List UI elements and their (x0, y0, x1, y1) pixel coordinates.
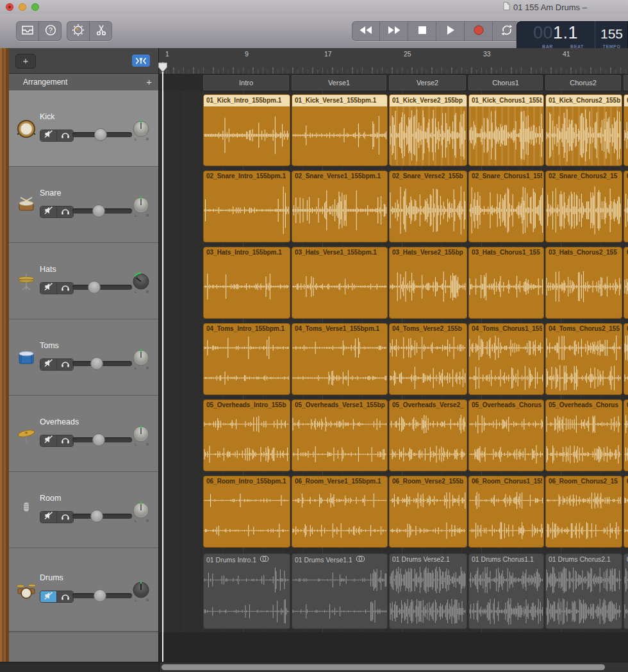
solo-button[interactable] (56, 591, 73, 602)
add-track-button[interactable]: + (15, 54, 36, 69)
arrangement-track-header[interactable]: Arrangement + (9, 74, 158, 91)
region-room-2[interactable]: 06_Room_Verse1_155bpm.1 (292, 476, 388, 548)
region-drums-3[interactable]: 01 Drums Verse2.1 (389, 553, 467, 629)
split-button[interactable] (89, 21, 112, 41)
arrangement-add-button[interactable]: + (146, 74, 152, 90)
region-snare-4[interactable]: 02_Snare_Chorus1_155 (468, 171, 544, 242)
region-room-3[interactable]: 06_Room_Verse2_155b (389, 476, 467, 548)
region-toms-4[interactable]: 04_Toms_Chorus1_155 (468, 323, 544, 395)
track-header-room[interactable]: RoomLR (9, 472, 158, 548)
arrangement-section-intro[interactable]: Intro (203, 75, 289, 90)
region-snare-2[interactable]: 02_Snare_Verse1_155bpm.1 (292, 171, 388, 242)
volume-slider[interactable] (72, 437, 132, 442)
region-toms-2[interactable]: 04_Toms_Verse1_155bpm.1 (292, 323, 388, 395)
region-kick-4[interactable]: 01_Kick_Chorus1_155b (468, 94, 544, 166)
track-header-snare[interactable]: SnareLR (9, 167, 158, 243)
stop-button[interactable] (408, 21, 436, 41)
region-kick-5[interactable]: 01_Kick_Chorus2_155b (545, 94, 622, 166)
volume-slider-handle[interactable] (94, 128, 107, 141)
close-window-button[interactable] (6, 3, 13, 11)
region-hats-6[interactable]: 0 (624, 247, 628, 319)
volume-slider-handle[interactable] (92, 433, 105, 446)
region-snare-6[interactable]: 0 (624, 171, 628, 242)
region-overheads-6[interactable]: 0 (624, 399, 628, 471)
track-header-toms[interactable]: TomsLR (9, 319, 158, 396)
region-drums-1[interactable]: 01 Drums Intro.1 (203, 553, 290, 629)
volume-slider[interactable] (72, 285, 132, 290)
region-hats-1[interactable]: 03_Hats_Intro_155bpm.1 (203, 247, 290, 319)
pan-knob[interactable]: LR (130, 424, 153, 448)
volume-slider[interactable] (72, 208, 132, 214)
region-drums-5[interactable]: 01 Drums Chorus2.1 (545, 553, 622, 629)
mute-button[interactable] (40, 130, 56, 141)
play-button[interactable] (436, 21, 464, 41)
solo-button[interactable] (56, 512, 73, 523)
region-hats-2[interactable]: 03_Hats_Verse1_155bpm.1 (292, 247, 388, 319)
minimize-window-button[interactable] (19, 3, 26, 11)
track-header-hats[interactable]: HatsLR (9, 243, 158, 319)
track-header-overheads[interactable]: OverheadsLR (9, 396, 158, 472)
arrangement-section-verse1[interactable]: Verse1 (292, 75, 386, 90)
volume-slider-handle[interactable] (88, 281, 101, 294)
mute-button[interactable] (40, 591, 56, 602)
region-drums-4[interactable]: 01 Drums Chorus1.1 (468, 553, 544, 629)
mute-button[interactable] (40, 435, 56, 446)
region-kick-3[interactable]: 01_Kick_Verse2_155bp (389, 94, 467, 166)
pan-knob[interactable]: LR (130, 580, 153, 603)
solo-button[interactable] (56, 206, 73, 217)
zoom-window-button[interactable] (31, 3, 39, 11)
pan-knob[interactable]: LR (130, 348, 153, 371)
library-button[interactable] (16, 21, 38, 41)
region-kick-2[interactable]: 01_Kick_Verse1_155bpm.1 (292, 94, 388, 166)
region-overheads-2[interactable]: 05_Overheads_Verse1_155bp (292, 399, 388, 471)
region-toms-5[interactable]: 04_Toms_Chorus2_155 (545, 323, 622, 395)
track-header-kick[interactable]: KickLR (9, 90, 158, 167)
region-kick-6[interactable]: 0 (624, 94, 628, 166)
solo-button[interactable] (56, 130, 73, 141)
pan-knob[interactable]: LR (130, 501, 153, 524)
region-snare-1[interactable]: 02_Snare_Intro_155bpm.1 (203, 171, 290, 242)
volume-slider-handle[interactable] (90, 510, 103, 523)
region-overheads-1[interactable]: 05_Overheads_Intro_155b (203, 399, 290, 471)
solo-button[interactable] (56, 435, 73, 446)
horizontal-scrollbar-thumb[interactable] (161, 664, 605, 670)
region-overheads-5[interactable]: 05_Overheads_Chorus (545, 399, 622, 471)
catch-playhead-button[interactable] (132, 55, 150, 67)
mute-button[interactable] (40, 512, 56, 523)
region-kick-1[interactable]: 01_Kick_Intro_155bpm.1 (203, 94, 290, 166)
record-button[interactable] (464, 21, 492, 41)
region-toms-3[interactable]: 04_Toms_Verse2_155b (389, 323, 467, 395)
volume-slider-handle[interactable] (90, 357, 103, 370)
volume-slider[interactable] (72, 361, 132, 366)
region-hats-4[interactable]: 03_Hats_Chorus1_155 (468, 247, 544, 319)
region-overheads-3[interactable]: 05_Overheads_Verse2_ (389, 399, 467, 471)
region-drums-2[interactable]: 01 Drums Verse1.1 (292, 553, 388, 629)
fast-forward-button[interactable] (379, 21, 408, 41)
pan-knob[interactable]: LR (130, 196, 153, 219)
region-toms-1[interactable]: 04_Toms_Intro_155bpm.1 (203, 323, 290, 395)
lcd-display[interactable]: 001.1 BAR BEAT 155 TEMPO (516, 21, 628, 52)
region-room-6[interactable]: 0 (624, 476, 628, 548)
solo-button[interactable] (56, 283, 73, 294)
region-room-4[interactable]: 06_Room_Chorus1_155 (468, 476, 544, 548)
volume-slider-handle[interactable] (94, 589, 106, 602)
rewind-button[interactable] (352, 21, 379, 41)
region-room-1[interactable]: 06_Room_Intro_155bpm.1 (203, 476, 290, 548)
region-room-5[interactable]: 06_Room_Chorus2_15 (545, 476, 622, 548)
pan-knob[interactable]: LR (130, 272, 153, 295)
region-snare-5[interactable]: 02_Snare_Chorus2_15 (545, 171, 622, 242)
volume-slider[interactable] (72, 132, 132, 137)
pan-knob[interactable]: LR (130, 119, 153, 142)
quick-help-button[interactable]: ? (38, 21, 62, 41)
arrangement-section-chorus1[interactable]: Chorus1 (468, 75, 543, 90)
region-drums-6[interactable]: 0 (624, 553, 628, 629)
bar-ruler[interactable]: 1917253341 (159, 48, 628, 74)
mute-button[interactable] (40, 359, 56, 370)
tuner-button[interactable] (67, 21, 89, 41)
mute-button[interactable] (40, 206, 56, 217)
region-hats-5[interactable]: 03_Hats_Chorus2_155 (545, 247, 622, 319)
playhead-marker[interactable] (158, 62, 168, 75)
arrangement-section-chorus2[interactable]: Chorus2 (545, 75, 621, 90)
arrangement-section-verse2[interactable]: Verse2 (389, 75, 466, 90)
region-overheads-4[interactable]: 05_Overheads_Chorus (468, 399, 544, 471)
